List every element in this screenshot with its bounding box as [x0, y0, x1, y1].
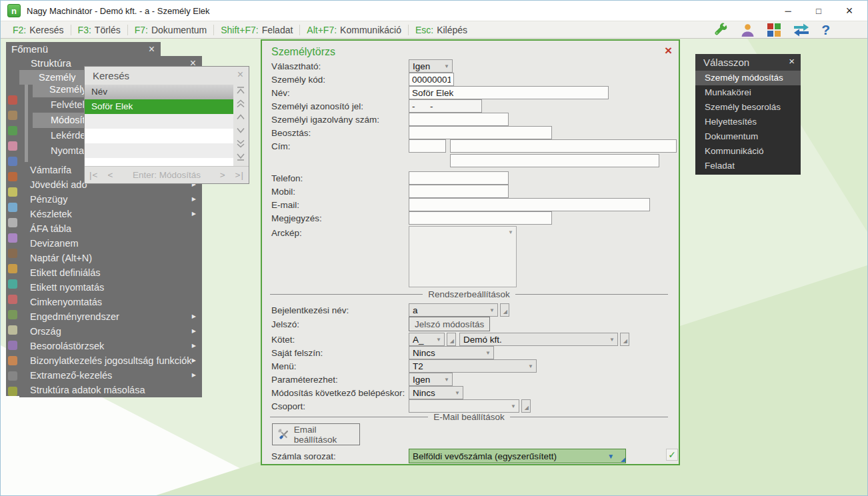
toolbar-item-f7-dokumentum[interactable]: F7:Dokumentum — [128, 21, 214, 38]
nav-first-button[interactable]: |< — [85, 170, 103, 180]
menu-item-label: Készletek — [30, 207, 72, 221]
corner-triangle-icon: ◢ — [621, 456, 625, 463]
menu-item-engedmenyrendszer[interactable]: Engedményrendszer▶ — [19, 309, 202, 324]
close-window-button[interactable]: × — [834, 1, 865, 21]
telefon-input[interactable] — [409, 171, 509, 185]
history-corner-button[interactable]: ◢ — [620, 333, 629, 346]
maximize-button[interactable]: □ — [803, 1, 834, 21]
history-corner-button[interactable]: ◢ — [521, 399, 531, 413]
menu-item-naptar[interactable]: Naptár (Alt+N) — [19, 251, 202, 265]
scroll-bottom-icon[interactable] — [236, 153, 245, 161]
menu-item-etikett-nyomtatas[interactable]: Etikett nyomtatás — [19, 280, 202, 295]
result-row-selected[interactable]: Soför Elek — [85, 99, 233, 114]
menu-item-cimkenyomtatas[interactable]: Cimkenyomtatás — [19, 295, 202, 309]
selected-value: Nincs — [413, 388, 455, 398]
submenu-arrow-icon: ▶ — [192, 353, 196, 368]
szemelyi-igazolvany-input[interactable] — [409, 113, 509, 126]
transfer-arrows-icon[interactable] — [793, 23, 810, 37]
menu-select[interactable]: T2▼ — [409, 359, 537, 373]
minimize-button[interactable]: ─ — [773, 1, 803, 21]
szemelyi-azonosito-input[interactable] — [409, 99, 482, 113]
kotet-nev-select[interactable]: Demó kft.▼ — [459, 333, 618, 346]
toolbar-item-f3-torles[interactable]: F3:Törlés — [71, 21, 127, 38]
column-header-nev[interactable]: Név — [85, 85, 233, 99]
sajat-felszin-select[interactable]: Nincs▼ — [409, 346, 494, 359]
arckep-picture-box[interactable]: ▼ — [409, 226, 517, 287]
szemely-kod-input[interactable] — [409, 73, 454, 86]
kereses-window: Keresés × Név Soför Elek |< < Enter: Mód… — [84, 66, 249, 184]
selected-value: Demó kft. — [463, 335, 609, 345]
nav-prev-button[interactable]: < — [103, 170, 118, 180]
close-form-button[interactable]: × — [665, 43, 672, 58]
valasszon-item-munkakorei[interactable]: Munkakörei — [695, 85, 801, 100]
chevron-down-icon: ▼ — [528, 363, 533, 369]
result-row-empty[interactable] — [85, 114, 233, 129]
szamla-sorozat-select[interactable]: Belföldi vevőszámla (egyszerűsített) ▼ ◢ — [409, 449, 626, 463]
menu-item-devizanem[interactable]: Devizanem — [19, 236, 202, 251]
menu-item-besorolastorzsek[interactable]: Besorolástörzsek▶ — [19, 339, 202, 353]
bejelentkezesi-nev-select[interactable]: a▼ — [409, 303, 498, 317]
nev-input[interactable] — [409, 86, 609, 99]
menu-item-bizonylatkezeles[interactable]: Bizonylatkezelés jogosultság funkciók▶ — [19, 353, 202, 368]
field-label: Paraméterezhet: — [271, 375, 409, 385]
valaszthato-select[interactable]: Igen▼ — [409, 59, 453, 73]
scroll-top-icon[interactable] — [236, 86, 245, 95]
close-icon[interactable]: × — [237, 69, 243, 81]
valasszon-item-helyettesites[interactable]: Helyettesítés — [695, 115, 801, 129]
cim-utca-input[interactable] — [450, 139, 677, 153]
close-icon[interactable]: × — [149, 42, 155, 56]
cim-masodik-sor-input[interactable] — [450, 154, 659, 167]
menu-item-orszag[interactable]: Ország▶ — [19, 324, 202, 339]
toolbar-item-esc-kilepes[interactable]: Esc:Kilépés — [409, 21, 474, 38]
result-row-empty[interactable] — [85, 143, 233, 158]
valasszon-item-kommunikacio[interactable]: Kommunikáció — [695, 144, 801, 159]
field-label: Személy kód: — [271, 75, 409, 85]
email-input[interactable] — [409, 198, 650, 211]
nav-next-button[interactable]: > — [215, 170, 231, 180]
toolbar-item-alt-f7-kommunikacio[interactable]: Alt+F7:Kommunikáció — [300, 21, 408, 38]
menu-item-penzugy[interactable]: Pénzügy▶ — [19, 192, 202, 207]
csoport-select[interactable]: ▼ — [409, 399, 519, 413]
titlebar: n Nagy Machinátor - Demó kft. - a - Szem… — [1, 1, 867, 21]
theme-colors-icon[interactable] — [767, 23, 781, 37]
toolbar-key: Alt+F7: — [307, 25, 337, 35]
menu-item-label: Személy — [49, 82, 87, 97]
modositas-kovetkezo-select[interactable]: Nincs▼ — [409, 386, 463, 399]
close-icon[interactable]: × — [789, 55, 795, 67]
jelszo-modositas-button[interactable]: Jelszó módosítás — [409, 317, 490, 331]
menu-item-extramezo-kezeles[interactable]: Extramező-kezelés▶ — [19, 368, 202, 383]
menu-item-struktura-adatok-masolasa[interactable]: Struktúra adatok másolása — [19, 383, 202, 397]
kotet-kod-select[interactable]: A_▼ — [409, 333, 445, 346]
valasszon-item-dokumentum[interactable]: Dokumentum — [695, 129, 801, 144]
menu-item-etikett-definialas[interactable]: Etikett definiálás — [19, 265, 202, 280]
email-beallitasok-button[interactable]: Email beállítások — [272, 423, 360, 445]
menu-item-icon — [8, 233, 17, 243]
menu-item-afa-tabla[interactable]: ÁFA tábla — [19, 221, 202, 236]
mobil-input[interactable] — [409, 185, 509, 198]
toolbar-item-shift-f7-feladat[interactable]: Shift+F7:Feladat — [214, 21, 299, 38]
user-icon[interactable] — [740, 23, 755, 38]
beosztas-input[interactable] — [409, 126, 552, 139]
valasszon-item-szemely-besorolas[interactable]: Személy besorolás — [695, 100, 801, 115]
cim-iranyitoszam-input[interactable] — [409, 139, 446, 153]
help-icon[interactable]: ? — [821, 23, 830, 37]
valasszon-item-szemely-modositas[interactable]: Személy módosítás — [695, 71, 801, 85]
toolbar-item-f2-kereses[interactable]: F2:Keresés — [6, 21, 71, 38]
history-corner-button[interactable]: ◢ — [447, 333, 456, 346]
scroll-pagedown-icon[interactable] — [236, 139, 245, 148]
scroll-up-icon[interactable] — [236, 113, 245, 121]
nav-last-button[interactable]: >| — [231, 170, 249, 180]
kereses-title: Keresés — [93, 70, 129, 81]
scroll-down-icon[interactable] — [236, 126, 245, 135]
parameterezhet-select[interactable]: Igen▼ — [409, 373, 453, 386]
menu-item-keszletek[interactable]: Készletek▶ — [19, 207, 202, 221]
megjegyzes-input[interactable] — [409, 211, 552, 225]
result-row-empty[interactable] — [85, 129, 233, 143]
confirm-check-button[interactable]: ✓ — [666, 449, 678, 461]
scroll-pageup-icon[interactable] — [236, 99, 245, 108]
menu-item-label: Vámtarifa — [30, 163, 71, 177]
selected-value: T2 — [413, 361, 528, 371]
settings-wrench-icon[interactable] — [713, 23, 729, 38]
history-corner-button[interactable]: ◢ — [500, 303, 509, 317]
valasszon-item-feladat[interactable]: Feladat — [695, 159, 801, 173]
